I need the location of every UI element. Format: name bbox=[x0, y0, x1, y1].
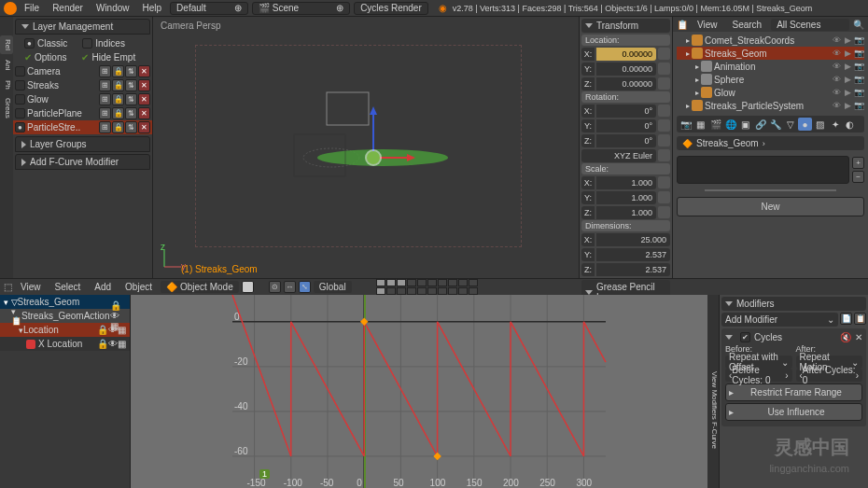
layer-button[interactable] bbox=[376, 287, 385, 295]
select-icon[interactable]: ▶ bbox=[843, 101, 853, 110]
layer-delete-icon[interactable]: ✕ bbox=[138, 121, 150, 133]
layer-wire-icon[interactable]: ⊞ bbox=[99, 93, 111, 105]
menu-render[interactable]: Render bbox=[47, 1, 89, 15]
channel-location[interactable]: ▾ Location🔒👁▦ bbox=[0, 323, 130, 337]
opt-hide-empty[interactable]: ✔Hide Empt bbox=[74, 50, 143, 64]
layer-button[interactable] bbox=[397, 287, 406, 295]
layer-toggle[interactable] bbox=[15, 80, 25, 91]
rotation-mode[interactable]: XYZ Euler bbox=[581, 149, 656, 162]
tab-object-icon[interactable]: ▣ bbox=[738, 118, 752, 131]
manipulator-icon[interactable]: ↔ bbox=[284, 281, 296, 293]
menu-file[interactable]: File bbox=[19, 1, 45, 15]
layer-merge-icon[interactable]: ⇅ bbox=[125, 107, 137, 119]
layer-row[interactable]: Glow⊞🔒⇅✕ bbox=[13, 92, 152, 106]
layer-toggle[interactable] bbox=[15, 94, 25, 105]
outliner-item[interactable]: ▸Animation👁▶📷 bbox=[677, 60, 864, 73]
fcurve-mod-header[interactable]: Add F-Curve Modifier bbox=[15, 154, 150, 170]
tab-phy[interactable]: Ph bbox=[0, 77, 13, 93]
tab-layers-icon[interactable]: ▦ bbox=[693, 118, 707, 131]
outliner-item[interactable]: ▸Streaks_ParticleSystem👁▶📷 bbox=[677, 99, 864, 112]
scl-x[interactable]: 1.000 bbox=[596, 176, 656, 189]
outliner-filter[interactable]: All Scenes bbox=[771, 19, 849, 31]
layer-button[interactable] bbox=[469, 279, 478, 286]
remove-slot-button[interactable]: − bbox=[852, 171, 864, 183]
restrict-range-button[interactable]: ▸Restrict Frame Range bbox=[725, 383, 862, 401]
layer-groups-header[interactable]: Layer Groups bbox=[15, 136, 150, 152]
loc-x[interactable]: 0.00000 bbox=[596, 48, 656, 61]
layer-button[interactable] bbox=[386, 287, 396, 295]
dim-x[interactable]: 25.000 bbox=[596, 233, 670, 246]
use-influence-button[interactable]: ▸Use Influence bbox=[725, 403, 862, 421]
select-icon[interactable]: ▶ bbox=[843, 75, 853, 84]
copy-icon[interactable]: 📄 bbox=[840, 313, 852, 325]
graph-canvas[interactable]: -60-40-200-150-100-50050100150200250300 … bbox=[131, 295, 707, 488]
channel-x-location[interactable]: X Location🔒👁▦ bbox=[0, 337, 130, 351]
layer-row[interactable]: ParticlePlane⊞🔒⇅✕ bbox=[13, 106, 152, 120]
outliner-item[interactable]: ▸Streaks_Geom👁▶📷 bbox=[677, 47, 864, 60]
opt-classic[interactable]: ●Classic bbox=[17, 36, 75, 50]
render-icon[interactable]: 📷 bbox=[854, 62, 864, 71]
eye-icon[interactable]: 👁 bbox=[832, 101, 842, 110]
loc-z[interactable]: 0.00000 bbox=[596, 77, 656, 91]
eye-icon[interactable]: 👁 bbox=[832, 49, 842, 58]
layer-row[interactable]: Streaks⊞🔒⇅✕ bbox=[13, 78, 152, 92]
render-icon[interactable]: 📷 bbox=[854, 88, 864, 97]
tab-data-icon[interactable]: ▽ bbox=[783, 118, 797, 131]
layer-lock-icon[interactable]: 🔒 bbox=[112, 79, 124, 91]
layer-delete-icon[interactable]: ✕ bbox=[138, 107, 150, 119]
search-icon[interactable]: 🔍 bbox=[853, 20, 864, 30]
3d-menu-view[interactable]: View bbox=[15, 280, 47, 294]
3d-menu-object[interactable]: Object bbox=[119, 280, 158, 294]
layer-button[interactable] bbox=[448, 279, 457, 286]
tab-grease[interactable]: Greas bbox=[0, 94, 13, 122]
layer-button[interactable] bbox=[448, 287, 457, 295]
transform-header[interactable]: Transform bbox=[581, 19, 670, 33]
layer-button[interactable] bbox=[458, 287, 468, 295]
scl-z[interactable]: 1.000 bbox=[596, 206, 656, 219]
layer-button[interactable] bbox=[427, 287, 437, 295]
eye-icon[interactable]: 👁 bbox=[832, 35, 842, 45]
layer-button[interactable] bbox=[407, 287, 416, 295]
layer-row[interactable]: Camera⊞🔒⇅✕ bbox=[13, 64, 152, 78]
layer-lock-icon[interactable]: 🔒 bbox=[112, 121, 124, 133]
layer-merge-icon[interactable]: ⇅ bbox=[125, 79, 137, 91]
channel-action[interactable]: ▾ 📋 Streaks_GeomAction🔒👁▦ bbox=[0, 309, 130, 323]
mode-selector[interactable]: 🔶 Object Mode bbox=[161, 281, 239, 293]
layer-merge-icon[interactable]: ⇅ bbox=[125, 65, 137, 77]
opt-options[interactable]: ✔Options bbox=[17, 50, 74, 64]
tab-render-icon[interactable]: 📷 bbox=[679, 118, 693, 131]
tab-rel[interactable]: Rel bbox=[0, 35, 13, 54]
render-icon[interactable]: 📷 bbox=[854, 35, 864, 45]
outliner-item[interactable]: ▸Comet_StreakCoords👁▶📷 bbox=[677, 34, 864, 47]
pivot-icon[interactable]: ⊙ bbox=[269, 281, 281, 293]
add-modifier-dropdown[interactable]: Add Modifier⌄ bbox=[721, 313, 838, 327]
scl-y[interactable]: 1.000 bbox=[596, 191, 656, 204]
layer-button[interactable] bbox=[417, 279, 427, 286]
render-icon[interactable]: 📷 bbox=[854, 49, 864, 58]
tab-physics-icon[interactable]: ◐ bbox=[843, 118, 857, 131]
3d-viewport[interactable]: Camera Persp z y (1) Streaks_Geom bbox=[153, 17, 579, 278]
eye-icon[interactable]: 👁 bbox=[832, 75, 842, 84]
tab-particles-icon[interactable]: ✦ bbox=[828, 118, 842, 131]
layer-button[interactable] bbox=[458, 279, 468, 286]
graph-side-tabs[interactable]: View Modifiers F-Curve bbox=[707, 295, 719, 488]
layer-button[interactable] bbox=[438, 287, 447, 295]
eye-icon[interactable]: 👁 bbox=[832, 88, 842, 97]
layer-merge-icon[interactable]: ⇅ bbox=[125, 93, 137, 105]
layout-selector[interactable]: Default⊕ bbox=[170, 2, 248, 15]
menu-help[interactable]: Help bbox=[137, 1, 168, 15]
layer-toggle[interactable] bbox=[15, 108, 25, 119]
menu-window[interactable]: Window bbox=[91, 1, 135, 15]
layer-button[interactable] bbox=[386, 279, 396, 286]
eye-icon[interactable]: 👁 bbox=[832, 62, 842, 71]
layer-lock-icon[interactable]: 🔒 bbox=[112, 93, 124, 105]
shading-solid-icon[interactable]: ● bbox=[242, 281, 254, 293]
layer-mgmt-header[interactable]: Layer Management bbox=[15, 19, 150, 35]
layer-toggle[interactable] bbox=[15, 66, 25, 77]
outliner-view[interactable]: View bbox=[692, 18, 723, 32]
3d-menu-select[interactable]: Select bbox=[49, 280, 87, 294]
tab-ani[interactable]: Ani bbox=[0, 56, 13, 75]
add-slot-button[interactable]: + bbox=[852, 157, 864, 169]
render-icon[interactable]: 📷 bbox=[854, 75, 864, 84]
rot-y[interactable]: 0° bbox=[596, 119, 656, 132]
